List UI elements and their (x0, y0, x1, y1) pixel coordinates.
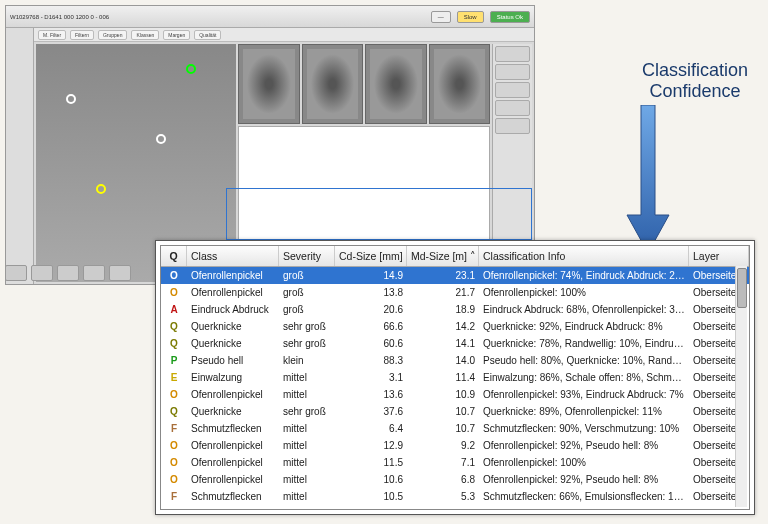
tab-qualitat[interactable]: Qualität (194, 30, 221, 40)
cell-severity: mittel (279, 388, 335, 401)
tab-filtern[interactable]: Filtern (70, 30, 94, 40)
cell-severity: sehr groß (279, 405, 335, 418)
tab-margen[interactable]: Margen (163, 30, 190, 40)
status-slow-badge: Slow (457, 11, 484, 23)
defect-thumb[interactable] (365, 44, 427, 124)
cell-classinfo: Querknicke: 92%, Eindruck Abdruck: 8% (479, 320, 689, 333)
defect-thumb[interactable] (302, 44, 364, 124)
cell-q: O (161, 286, 187, 299)
tab-klassen[interactable]: Klassen (131, 30, 159, 40)
table-row[interactable]: EEinwalzungmittel3.111.4Einwalzung: 86%,… (161, 369, 749, 386)
defect-thumb[interactable] (238, 44, 300, 124)
annotation-line2: Confidence (649, 81, 740, 101)
side-button[interactable] (495, 46, 530, 62)
defect-grid: Q Class Severity Cd-Size [mm] Md-Size [m… (160, 245, 750, 510)
cell-mdsize: 14.1 (407, 337, 479, 350)
cell-cdsize: 14.9 (335, 269, 407, 282)
cell-q: P (161, 354, 187, 367)
table-row[interactable]: FSchmutzfleckenmittel6.410.7Schmutzfleck… (161, 420, 749, 437)
cell-q: F (161, 490, 187, 503)
cell-q: O (161, 456, 187, 469)
grid-body[interactable]: OOfenrollenpickelgroß14.923.1Ofenrollenp… (161, 267, 749, 509)
cell-class: Querknicke (187, 405, 279, 418)
cell-severity: groß (279, 286, 335, 299)
cell-mdsize: 14.0 (407, 354, 479, 367)
cell-cdsize: 13.6 (335, 388, 407, 401)
cell-class: Ofenrollenpickel (187, 269, 279, 282)
cell-mdsize: 7.1 (407, 456, 479, 469)
col-layer[interactable]: Layer (689, 246, 749, 266)
table-row[interactable]: OOfenrollenpickelmittel13.610.9Ofenrolle… (161, 386, 749, 403)
defect-thumb[interactable] (429, 44, 491, 124)
thumbnail-row (238, 44, 490, 124)
defect-detail-panel: Q Class Severity Cd-Size [mm] Md-Size [m… (155, 240, 755, 515)
cell-class: Schmutzflecken (187, 490, 279, 503)
table-row[interactable]: QQuerknickesehr groß60.614.1Querknicke: … (161, 335, 749, 352)
cell-q: Q (161, 320, 187, 333)
cell-mdsize: 18.9 (407, 303, 479, 316)
filter-tabs: M. Filter Filtern Gruppen Klassen Margen… (34, 28, 534, 42)
cell-classinfo: Ofenrollenpickel: 93%, Eindruck Abdruck:… (479, 388, 689, 401)
footer-icon[interactable] (57, 265, 79, 281)
minor-button[interactable]: — (431, 11, 451, 23)
cell-severity: mittel (279, 439, 335, 452)
cell-classinfo: Eindruck Abdruck: 68%, Ofenrollenpickel:… (479, 303, 689, 316)
table-row[interactable]: OOfenrollenpickelmittel12.99.2Ofenrollen… (161, 437, 749, 454)
cell-severity: mittel (279, 456, 335, 469)
cell-q: Q (161, 337, 187, 350)
table-row[interactable]: AEindruck Abdruckgroß20.618.9Eindruck Ab… (161, 301, 749, 318)
col-classinfo[interactable]: Classification Info (479, 246, 689, 266)
cell-classinfo: Ofenrollenpickel: 92%, Pseudo hell: 8% (479, 473, 689, 486)
footer-icon[interactable] (5, 265, 27, 281)
cell-severity: sehr groß (279, 337, 335, 350)
footer-icon[interactable] (109, 265, 131, 281)
table-row[interactable]: OOfenrollenpickelmittel10.66.8Ofenrollen… (161, 471, 749, 488)
cell-cdsize: 12.9 (335, 439, 407, 452)
cell-classinfo: Querknicke: 78%, Randwellig: 10%, Eindru… (479, 337, 689, 350)
cell-class: Ofenrollenpickel (187, 286, 279, 299)
cell-q: O (161, 388, 187, 401)
cell-severity: mittel (279, 371, 335, 384)
cell-cdsize: 20.6 (335, 303, 407, 316)
cell-classinfo: Ofenrollenpickel: 92%, Pseudo hell: 8% (479, 439, 689, 452)
cell-class: Pseudo hell (187, 354, 279, 367)
cell-class: Ofenrollenpickel (187, 473, 279, 486)
col-severity[interactable]: Severity (279, 246, 335, 266)
table-row[interactable]: QQuerknickesehr groß66.614.2Querknicke: … (161, 318, 749, 335)
side-button[interactable] (495, 118, 530, 134)
table-row[interactable]: PPseudo hellklein88.314.0Pseudo hell: 80… (161, 352, 749, 369)
footer-icon[interactable] (83, 265, 105, 281)
cell-class: Querknicke (187, 320, 279, 333)
col-class[interactable]: Class (187, 246, 279, 266)
cell-q: E (161, 371, 187, 384)
table-row[interactable]: OOfenrollenpickelgroß13.821.7Ofenrollenp… (161, 284, 749, 301)
cell-q: F (161, 422, 187, 435)
cell-mdsize: 23.1 (407, 269, 479, 282)
side-button[interactable] (495, 100, 530, 116)
scrollbar-thumb[interactable] (737, 268, 747, 308)
cell-mdsize: 21.7 (407, 286, 479, 299)
table-row[interactable]: OOfenrollenpickelmittel11.57.1Ofenrollen… (161, 454, 749, 471)
cell-mdsize: 11.4 (407, 371, 479, 384)
side-button[interactable] (495, 82, 530, 98)
table-row[interactable]: FSchmutzfleckenmittel10.55.3Schmutzfleck… (161, 488, 749, 505)
cell-cdsize: 3.1 (335, 371, 407, 384)
table-row[interactable]: OOfenrollenpickelgroß14.923.1Ofenrollenp… (161, 267, 749, 284)
cell-severity: mittel (279, 473, 335, 486)
grid-header: Q Class Severity Cd-Size [mm] Md-Size [m… (161, 246, 749, 267)
side-button[interactable] (495, 64, 530, 80)
tab-mfilter[interactable]: M. Filter (38, 30, 66, 40)
cell-class: Ofenrollenpickel (187, 439, 279, 452)
table-row[interactable]: QQuerknickesehr groß37.610.7Querknicke: … (161, 403, 749, 420)
cell-mdsize: 5.3 (407, 490, 479, 503)
cell-classinfo: Einwalzung: 86%, Schale offen: 8%, Schmu… (479, 371, 689, 384)
tab-gruppen[interactable]: Gruppen (98, 30, 127, 40)
col-mdsize[interactable]: Md-Size [m] ˄ (407, 246, 479, 266)
cell-q: A (161, 303, 187, 316)
cell-severity: klein (279, 354, 335, 367)
cell-class: Ofenrollenpickel (187, 388, 279, 401)
footer-icon[interactable] (31, 265, 53, 281)
col-cdsize[interactable]: Cd-Size [mm] (335, 246, 407, 266)
svg-marker-0 (627, 105, 669, 253)
col-q[interactable]: Q (161, 246, 187, 266)
